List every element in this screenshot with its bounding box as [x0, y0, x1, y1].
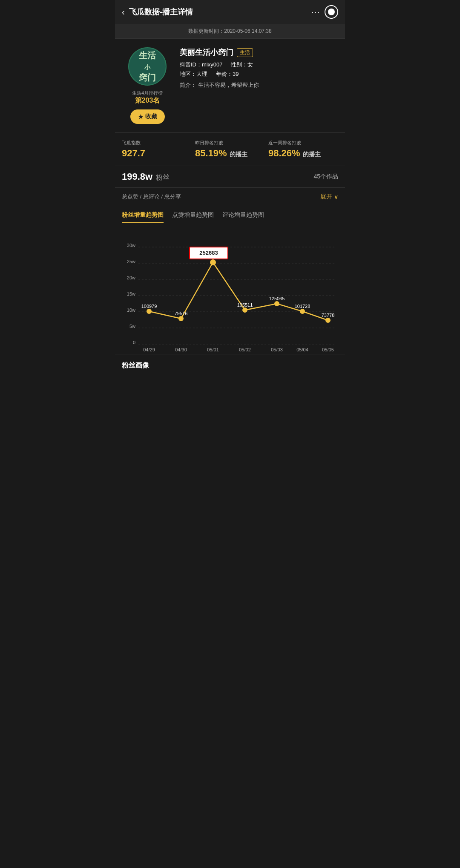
rank-value: 第203名: [135, 96, 160, 105]
yesterday-value: 85.19% 的播主: [195, 148, 265, 159]
profile-name-row: 美丽生活小窍门 生活: [180, 47, 338, 57]
fans-portrait-section: 粉丝画像: [115, 354, 345, 377]
feigua-value: 927.7: [122, 148, 192, 159]
expand-label: 总点赞 / 总评论 / 总分享: [122, 193, 181, 201]
back-button[interactable]: ‹: [122, 7, 125, 17]
week-value: 98.26% 的播主: [268, 148, 338, 159]
svg-point-35: [326, 318, 330, 322]
feigua-label: 飞瓜指数: [122, 140, 192, 146]
bio-text: 生活不容易，希望帮上你: [198, 82, 259, 88]
star-icon: ★: [138, 113, 144, 120]
stats-section: 飞瓜指数 927.7 昨日排名打败 85.19% 的播主 近一周排名打败 98.…: [115, 133, 345, 166]
chart-container: 0 5w 10w 15w 20w 25w 30w 04/29 04/30 05/…: [115, 223, 345, 354]
svg-point-29: [147, 309, 151, 313]
avatar: 生活小窍门: [128, 47, 167, 86]
svg-point-30: [179, 316, 183, 321]
fans-trend-chart: 0 5w 10w 15w 20w 25w 30w 04/29 04/30 05/…: [118, 230, 342, 349]
douyin-id-row: 抖音ID：mlxy007 性别：女: [180, 61, 338, 69]
svg-text:05/04: 05/04: [296, 347, 308, 352]
header-title: 飞瓜数据-播主详情: [129, 7, 193, 17]
profile-section: 生活小窍门 生活4月排行榜 第203名 ★ 收藏 美丽生活小窍门 生活 抖音ID…: [115, 39, 345, 133]
profile-left: 生活小窍门 生活4月排行榜 第203名 ★ 收藏: [122, 47, 173, 124]
svg-text:25w: 25w: [127, 259, 135, 264]
header-left: ‹ 飞瓜数据-播主详情: [122, 7, 193, 17]
fans-portrait-title: 粉丝画像: [122, 362, 149, 369]
douyin-id-value: mlxy007: [202, 61, 222, 68]
age-label: 年龄：39: [216, 70, 239, 78]
feigua-index-stat: 飞瓜指数 927.7: [122, 140, 192, 159]
week-label: 近一周排名打败: [268, 140, 338, 146]
svg-text:5w: 5w: [129, 324, 135, 329]
region-row: 地区：大理 年龄：39: [180, 70, 338, 78]
update-time-text: 数据更新时间：2020-05-06 14:07:38: [188, 28, 271, 34]
svg-text:20w: 20w: [127, 275, 135, 280]
svg-text:252683: 252683: [199, 250, 218, 256]
expand-button[interactable]: 展开 ∨: [320, 193, 338, 201]
chevron-down-icon: ∨: [334, 193, 338, 200]
svg-text:73778: 73778: [322, 313, 335, 318]
svg-text:05/03: 05/03: [271, 347, 283, 352]
svg-text:0: 0: [133, 340, 135, 345]
svg-text:10w: 10w: [127, 308, 135, 313]
svg-point-31: [210, 260, 216, 265]
yesterday-stat: 昨日排名打败 85.19% 的播主: [195, 140, 265, 159]
svg-text:30w: 30w: [127, 243, 135, 248]
svg-text:15w: 15w: [127, 291, 135, 296]
svg-text:04/29: 04/29: [143, 347, 155, 352]
category-tag: 生活: [237, 48, 253, 57]
tab-fans-trend[interactable]: 粉丝增量趋势图: [122, 211, 164, 223]
fans-works-row: 199.8w 粉丝 45个作品: [115, 166, 345, 188]
update-time-bar: 数据更新时间：2020-05-06 14:07:38: [115, 24, 345, 39]
avatar-text: 生活小窍门: [139, 50, 156, 83]
fans-count-block: 199.8w 粉丝: [122, 171, 170, 182]
yesterday-label: 昨日排名打败: [195, 140, 265, 146]
collect-label: 收藏: [145, 113, 157, 121]
profile-right: 美丽生活小窍门 生活 抖音ID：mlxy007 性别：女 地区：大理 年龄：39…: [180, 47, 338, 124]
profile-name: 美丽生活小窍门: [180, 47, 233, 57]
expand-row: 总点赞 / 总评论 / 总分享 展开 ∨: [115, 188, 345, 206]
gender-label: 性别：女: [231, 61, 253, 69]
fans-count: 199.8w: [122, 171, 152, 182]
chart-tabs: 粉丝增量趋势图 点赞增量趋势图 评论增量趋势图: [115, 206, 345, 223]
region-value: 大理: [196, 71, 207, 77]
app-header: ‹ 飞瓜数据-播主详情 ···: [115, 0, 345, 24]
region-label: 地区：大理: [180, 70, 207, 78]
stats-grid: 飞瓜指数 927.7 昨日排名打败 85.19% 的播主 近一周排名打败 98.…: [122, 140, 338, 159]
record-icon: [328, 9, 335, 15]
svg-text:100979: 100979: [141, 304, 157, 309]
header-right: ···: [311, 5, 338, 19]
douyin-id-label: 抖音ID：mlxy007: [180, 61, 222, 69]
svg-text:105511: 105511: [237, 302, 253, 308]
collect-button[interactable]: ★ 收藏: [130, 109, 165, 124]
svg-text:04/30: 04/30: [175, 347, 187, 352]
svg-text:79516: 79516: [175, 311, 188, 316]
svg-point-34: [300, 309, 305, 313]
gender-value: 女: [247, 61, 253, 68]
works-count: 45个作品: [313, 173, 338, 181]
profile-bio: 简介： 生活不容易，希望帮上你: [180, 81, 338, 89]
week-stat: 近一周排名打败 98.26% 的播主: [268, 140, 338, 159]
svg-text:05/01: 05/01: [207, 347, 219, 352]
tab-likes-trend[interactable]: 点赞增量趋势图: [172, 211, 214, 223]
more-options-button[interactable]: ···: [311, 8, 320, 17]
record-button[interactable]: [325, 5, 338, 19]
bio-label: 简介：: [180, 82, 196, 88]
tab-comments-trend[interactable]: 评论增量趋势图: [222, 211, 264, 223]
age-value: 39: [233, 71, 239, 77]
svg-text:125065: 125065: [269, 296, 285, 301]
expand-text: 展开: [320, 193, 332, 201]
svg-text:05/02: 05/02: [239, 347, 251, 352]
svg-point-33: [275, 302, 279, 306]
rank-label: 生活4月排行榜: [132, 90, 163, 96]
svg-text:05/05: 05/05: [322, 347, 334, 352]
svg-point-32: [243, 308, 247, 312]
svg-text:101728: 101728: [295, 304, 310, 309]
fans-unit: 粉丝: [156, 174, 170, 181]
